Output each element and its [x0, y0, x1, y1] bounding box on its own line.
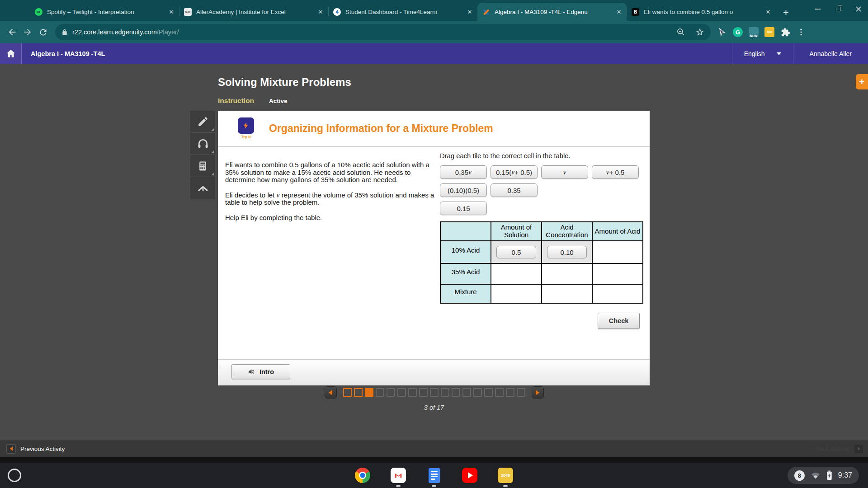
- slide-dot[interactable]: [506, 388, 514, 397]
- reload-icon[interactable]: [35, 24, 51, 40]
- slide-dot[interactable]: [484, 388, 493, 397]
- address-bar[interactable]: r22.core.learn.edgenuity.com/Player/: [55, 24, 711, 40]
- restore-icon[interactable]: [834, 5, 842, 13]
- activity-heading: Organizing Information for a Mixture Pro…: [269, 122, 493, 135]
- table-header-cell: [440, 222, 491, 241]
- arrow-left-icon: [10, 446, 13, 451]
- next-activity-button[interactable]: [854, 444, 863, 454]
- bookmark-star-icon[interactable]: [695, 28, 704, 37]
- slide-dot[interactable]: [365, 388, 373, 397]
- drag-tile[interactable]: v + 0.5: [592, 165, 639, 179]
- grammarly-extension-icon[interactable]: G: [732, 26, 744, 38]
- custom-cursor-extension-icon[interactable]: [716, 26, 728, 38]
- chrome-app-icon[interactable]: [355, 468, 370, 483]
- tile-bank: 0.35v0.15(v + 0.5)vv + 0.5(0.10)(0.5)0.3…: [440, 165, 644, 215]
- drag-tile[interactable]: v: [541, 165, 588, 179]
- drag-tile[interactable]: 0.35v: [440, 165, 487, 179]
- calculator-tool-button[interactable]: [190, 155, 215, 177]
- audio-tool-button[interactable]: [190, 133, 215, 155]
- slide-dot[interactable]: [397, 388, 406, 397]
- gmail-app-icon[interactable]: [391, 468, 406, 483]
- slide-dot[interactable]: [452, 388, 460, 397]
- table-row: Mixture: [440, 284, 643, 303]
- tab-close-icon[interactable]: ✕: [167, 8, 175, 16]
- previous-activity[interactable]: Previous Activity: [6, 444, 65, 454]
- slide-dot[interactable]: [462, 388, 471, 397]
- extensions-puzzle-icon[interactable]: [779, 26, 791, 38]
- 2048-app-icon[interactable]: 2048: [498, 468, 513, 483]
- highlighter-tool-button[interactable]: [190, 111, 215, 133]
- url-path: /Player/: [157, 28, 179, 36]
- slide-dot[interactable]: [354, 388, 363, 397]
- placed-tile[interactable]: 0.10: [547, 246, 587, 258]
- drag-tile[interactable]: 0.35: [491, 183, 538, 197]
- tab-active[interactable]: Active: [269, 98, 288, 104]
- new-tab-button[interactable]: +: [783, 8, 789, 17]
- slide-dot[interactable]: [387, 388, 395, 397]
- new-extension-icon[interactable]: NEW: [748, 26, 760, 38]
- feedback-plus-tab[interactable]: +: [856, 74, 868, 89]
- arrow-right-icon: [858, 446, 860, 451]
- language-selector[interactable]: English: [732, 43, 793, 64]
- zoom-icon[interactable]: [676, 28, 685, 37]
- close-window-icon[interactable]: [854, 5, 863, 13]
- browser-tab[interactable]: BEli wants to combine 0.5 gallon o✕: [627, 3, 776, 21]
- browser-tab-strip: ≋Spotify – Twilight - Interpretation✕IEW…: [0, 0, 868, 21]
- check-button[interactable]: Check: [598, 313, 640, 329]
- minimize-icon[interactable]: [814, 5, 822, 13]
- slide-dot[interactable]: [473, 388, 482, 397]
- drop-cell[interactable]: 0.5: [491, 241, 542, 263]
- drop-cell[interactable]: [491, 284, 542, 303]
- tab-close-icon[interactable]: ✕: [764, 8, 772, 16]
- slide-dot[interactable]: [343, 388, 352, 397]
- pager-prev-button[interactable]: [325, 386, 337, 399]
- home-button[interactable]: [0, 43, 22, 64]
- intro-audio-button[interactable]: Intro: [231, 364, 290, 379]
- drop-cell[interactable]: [592, 263, 643, 284]
- tab-close-icon[interactable]: ✕: [466, 8, 474, 16]
- collapse-tools-button[interactable]: [190, 177, 215, 199]
- drag-tile[interactable]: (0.10)(0.5): [440, 183, 487, 197]
- launcher-button[interactable]: [8, 469, 21, 482]
- language-label: English: [744, 50, 765, 57]
- tab-close-icon[interactable]: ✕: [316, 8, 325, 16]
- slide-dot[interactable]: [419, 388, 428, 397]
- drop-cell[interactable]: [491, 263, 542, 284]
- slide-dot[interactable]: [430, 388, 439, 397]
- slide-dot[interactable]: [517, 388, 525, 397]
- placed-tile[interactable]: 0.5: [496, 246, 536, 258]
- status-tray[interactable]: 8 9:37: [788, 467, 859, 484]
- user-name[interactable]: Annabelle Aller: [793, 50, 868, 57]
- table-header-cell: Amount of Solution: [491, 222, 542, 241]
- forward-icon[interactable]: [20, 24, 35, 40]
- clock: 9:37: [838, 471, 852, 479]
- drop-cell[interactable]: [542, 284, 592, 303]
- drag-tile[interactable]: 0.15: [440, 202, 487, 215]
- browser-tab[interactable]: Algebra I - MA3109 -T4L - Edgenu✕: [477, 3, 627, 21]
- previous-activity-button[interactable]: [6, 444, 16, 454]
- tab-instruction[interactable]: Instruction: [218, 97, 254, 105]
- 2048-extension-icon[interactable]: 2048: [764, 26, 775, 38]
- browser-menu-icon[interactable]: [795, 26, 807, 38]
- lesson-title: Solving Mixture Problems: [218, 76, 351, 89]
- drop-cell[interactable]: [592, 241, 643, 263]
- edgenuity-favicon: [482, 8, 490, 16]
- tab-close-icon[interactable]: ✕: [615, 8, 623, 16]
- drop-cell[interactable]: 0.10: [542, 241, 592, 263]
- youtube-app-icon[interactable]: [462, 468, 477, 483]
- drop-cell[interactable]: [542, 263, 592, 284]
- pager-next-button[interactable]: [532, 386, 544, 399]
- slide-dot[interactable]: [441, 388, 449, 397]
- browser-tab[interactable]: ≋Spotify – Twilight - Interpretation✕: [30, 3, 179, 21]
- notification-count-badge: 8: [794, 470, 805, 481]
- iew-favicon: IEW: [184, 8, 192, 16]
- slide-dot[interactable]: [376, 388, 384, 397]
- drop-cell[interactable]: [592, 284, 643, 303]
- docs-app-icon[interactable]: [426, 468, 442, 483]
- slide-dot[interactable]: [495, 388, 504, 397]
- back-icon[interactable]: [5, 24, 20, 40]
- browser-tab[interactable]: IEWAllerAcademy | Institute for Excel✕: [179, 3, 328, 21]
- browser-tab[interactable]: 4Student Dashboard - Time4Learni✕: [328, 3, 477, 21]
- drag-tile[interactable]: 0.15(v + 0.5): [491, 165, 538, 179]
- slide-dot[interactable]: [408, 388, 417, 397]
